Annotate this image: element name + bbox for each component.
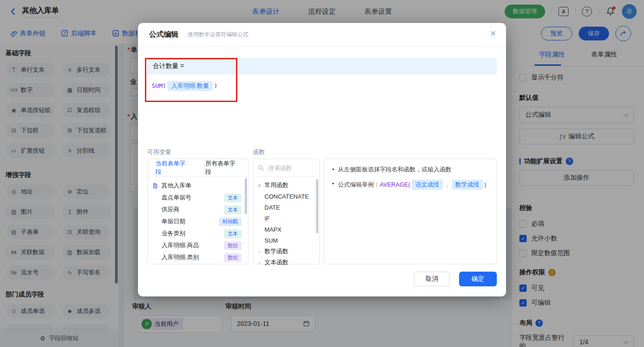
bullet: •	[332, 165, 334, 174]
variable-row[interactable]: 单据日期时间戳	[148, 216, 248, 228]
function-item-date[interactable]: DATE	[253, 202, 319, 213]
functions-panel: ∨ 常用函数 CONCATENATE DATE IF MAPX SUM › 数学…	[253, 159, 320, 264]
app-window: 其他入库单 表单设计 流程设定 表单设置 数据管理 A ? 存 表单外链	[0, 0, 644, 347]
document-icon	[152, 182, 158, 189]
function-item-sum[interactable]: SUM	[253, 235, 319, 246]
type-badge: 数组	[224, 241, 242, 250]
variables-label: 可用变量	[147, 148, 171, 156]
cancel-button[interactable]: 取消	[414, 272, 450, 286]
tip-example: 公式编辑举例：AVERAGE(语文成绩，数学成绩)	[338, 180, 487, 190]
type-badge: 数组	[224, 253, 242, 262]
function-item-concatenate[interactable]: CONCATENATE	[253, 191, 319, 202]
tab-current-form-fields[interactable]: 当前表单字段	[155, 159, 190, 176]
annotation-highlight-rect	[145, 58, 237, 102]
caret-icon: ›	[257, 249, 262, 254]
confirm-button[interactable]: 确定	[459, 272, 497, 286]
functions-label: 函数	[253, 148, 265, 156]
search-icon	[258, 165, 264, 171]
function-group-text[interactable]: › 文本函数	[253, 257, 319, 268]
function-group-common[interactable]: ∨ 常用函数	[253, 180, 319, 191]
type-badge: 文本	[224, 205, 242, 214]
tip-line: • 从左侧面板选择字段名和函数，或输入函数	[332, 165, 489, 174]
dialog-subtitle: 使用数学运算符编辑公式	[188, 31, 248, 39]
caret-icon: ›	[257, 260, 262, 265]
example-token: 数学成绩	[452, 180, 483, 190]
type-badge: 文本	[224, 193, 242, 202]
type-badge: 时间戳	[219, 217, 242, 226]
example-token: 语文成绩	[412, 180, 443, 190]
dialog-title: 公式编辑	[149, 30, 178, 40]
example-function-name: AVERAGE(	[380, 181, 410, 188]
bullet: •	[332, 180, 334, 188]
function-search-input[interactable]	[267, 164, 315, 172]
type-badge: 文本	[224, 229, 242, 238]
variable-row[interactable]: 盘点单据号文本	[148, 192, 248, 204]
tab-all-form-fields[interactable]: 所有表单字段	[206, 159, 241, 176]
variable-row[interactable]: 入库明细.类别数组	[148, 251, 248, 263]
function-item-if[interactable]: IF	[253, 213, 319, 224]
variables-panel: 当前表单字段 所有表单字段 其他入库单 盘点单据号文本 供应商文本 单据日期时间…	[147, 159, 248, 264]
function-search	[253, 159, 319, 177]
close-icon[interactable]: ×	[490, 28, 496, 39]
variable-row[interactable]: 业务类别文本	[148, 228, 248, 239]
variable-row[interactable]: 供应商文本	[148, 204, 248, 216]
variables-tabs: 当前表单字段 所有表单字段	[148, 159, 248, 177]
variables-scrollbar[interactable]	[245, 178, 247, 214]
function-item-mapx[interactable]: MAPX	[253, 224, 319, 235]
variables-tree: 其他入库单 盘点单据号文本 供应商文本 单据日期时间戳 业务类别文本 入库明细.…	[148, 177, 248, 263]
variable-row[interactable]: 入库明细.商品数组	[148, 239, 248, 251]
functions-scrollbar[interactable]	[316, 179, 318, 233]
caret-icon: ∨	[257, 182, 262, 188]
tip-example-line: • 公式编辑举例：AVERAGE(语文成绩，数学成绩)	[332, 180, 489, 190]
tree-root[interactable]: 其他入库单	[148, 180, 248, 192]
formula-tips-panel: • 从左侧面板选择字段名和函数，或输入函数 • 公式编辑举例：AVERAGE(语…	[324, 159, 497, 264]
function-group-math[interactable]: › 数学函数	[253, 246, 319, 257]
